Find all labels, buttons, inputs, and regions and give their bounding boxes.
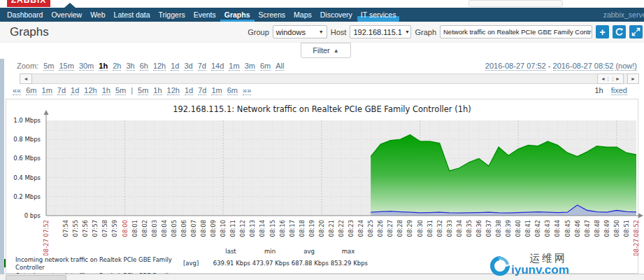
move-fwd-1h[interactable]: 1h bbox=[153, 86, 162, 95]
svg-text:08:44: 08:44 bbox=[554, 220, 561, 237]
svg-text:08:19: 08:19 bbox=[308, 220, 315, 237]
nav-item-overview[interactable]: Overview bbox=[47, 8, 86, 22]
ghost-tab bbox=[468, 0, 563, 7]
zoom-link-2h[interactable]: 2h bbox=[113, 62, 121, 71]
zoom-link-3h[interactable]: 3h bbox=[126, 62, 134, 71]
move-fwd-7d[interactable]: 7d bbox=[198, 86, 206, 95]
zoom-link-15m[interactable]: 15m bbox=[59, 62, 73, 71]
nav-item-discovery[interactable]: Discovery bbox=[316, 8, 357, 22]
move-fwd-1m[interactable]: 1m bbox=[211, 86, 222, 95]
nav-item-graphs[interactable]: Graphs bbox=[220, 8, 255, 22]
period-from-link[interactable]: 2016-08-27 07:52 bbox=[485, 62, 546, 71]
move-back-12h[interactable]: 12h bbox=[84, 86, 96, 95]
zoom-link-7d[interactable]: 7d bbox=[198, 62, 206, 71]
svg-text:08:07: 08:07 bbox=[190, 220, 197, 237]
svg-text:08:23: 08:23 bbox=[348, 220, 355, 237]
svg-text:08:32: 08:32 bbox=[436, 220, 443, 237]
nav-item-latest-data[interactable]: Latest data bbox=[110, 8, 155, 22]
host-select[interactable]: 192.168.115.1 ▼ bbox=[350, 25, 411, 38]
watermark-logo-icon bbox=[489, 253, 513, 277]
group-select[interactable]: windows ▼ bbox=[273, 25, 327, 38]
period-length-label: 1h bbox=[594, 86, 603, 94]
fullscreen-button[interactable] bbox=[629, 25, 643, 38]
svg-text:1.0 Mbps: 1.0 Mbps bbox=[13, 117, 41, 124]
graph-select-value: Network traffic on Realtek PCIe GBE Fami… bbox=[443, 28, 592, 36]
svg-text:07:57: 07:57 bbox=[92, 220, 99, 237]
move-fwd-5m[interactable]: 5m bbox=[138, 86, 148, 95]
header-bar: Graphs Group windows ▼ Host 192.168.115.… bbox=[0, 22, 644, 43]
move-back-5m[interactable]: 5m bbox=[115, 86, 126, 95]
scroll-right-button[interactable]: ► bbox=[627, 74, 639, 84]
refresh-button[interactable] bbox=[613, 25, 626, 38]
svg-text:08:25: 08:25 bbox=[367, 220, 374, 237]
fixed-link[interactable]: fixed bbox=[611, 86, 627, 95]
nav-item-it-services[interactable]: IT services bbox=[357, 8, 401, 22]
svg-text:08:14: 08:14 bbox=[259, 220, 266, 237]
period-fixed: 1h fixed bbox=[594, 86, 627, 94]
svg-text:07:59: 07:59 bbox=[111, 220, 118, 237]
period-to-link[interactable]: 2016-08-27 08:52 bbox=[553, 62, 614, 71]
zoom-link-12h[interactable]: 12h bbox=[153, 62, 166, 71]
zoom-link-1d[interactable]: 1d bbox=[171, 62, 179, 71]
move-back-1m[interactable]: 1m bbox=[42, 86, 52, 95]
svg-text:08:48: 08:48 bbox=[594, 220, 601, 237]
nav-item-dashboard[interactable]: Dashboard bbox=[3, 8, 47, 22]
nav-active-notch bbox=[357, 16, 400, 22]
move-fwd-12h[interactable]: 12h bbox=[167, 86, 180, 95]
forward-icon[interactable]: »» bbox=[243, 86, 251, 95]
zoom-link-6m[interactable]: 6m bbox=[260, 62, 271, 71]
svg-text:08:47: 08:47 bbox=[584, 220, 591, 237]
move-fwd-6m[interactable]: 6m bbox=[227, 86, 238, 95]
svg-text:08:18: 08:18 bbox=[299, 220, 306, 237]
zoom-link-all[interactable]: All bbox=[276, 62, 284, 71]
svg-text:08:01: 08:01 bbox=[131, 220, 138, 237]
bottom-scrollbar-thumb[interactable] bbox=[6, 275, 66, 280]
svg-text:08:02: 08:02 bbox=[141, 220, 148, 237]
session-user: zabbix_server bbox=[603, 8, 644, 22]
zoom-link-14d[interactable]: 14d bbox=[211, 62, 224, 71]
svg-text:08:20: 08:20 bbox=[318, 220, 325, 237]
zoom-link-6h[interactable]: 6h bbox=[140, 62, 148, 71]
zoom-link-30m[interactable]: 30m bbox=[79, 62, 94, 71]
nav-item-maps[interactable]: Maps bbox=[289, 8, 316, 22]
nav-item-triggers[interactable]: Triggers bbox=[155, 8, 189, 22]
graph-select[interactable]: Network traffic on Realtek PCIe GBE Fami… bbox=[440, 25, 592, 38]
svg-text:08:36: 08:36 bbox=[475, 220, 482, 237]
svg-text:08:40: 08:40 bbox=[515, 220, 522, 237]
svg-text:08:37: 08:37 bbox=[485, 220, 492, 237]
zoom-link-3d[interactable]: 3d bbox=[184, 62, 192, 71]
svg-text:08:30: 08:30 bbox=[417, 220, 424, 237]
svg-text:0 bps: 0 bps bbox=[24, 212, 41, 219]
move-fwd-1d[interactable]: 1d bbox=[185, 86, 193, 95]
scroll-drag-handle[interactable]: ◄⋮⋮► bbox=[597, 74, 624, 84]
move-back-7d[interactable]: 7d bbox=[57, 86, 66, 95]
svg-text:08:35: 08:35 bbox=[466, 220, 473, 237]
legend-max: 853.29 Kbps bbox=[329, 260, 368, 268]
move-back-1d[interactable]: 1d bbox=[71, 86, 79, 95]
svg-text:08:06: 08:06 bbox=[180, 220, 187, 237]
zabbix-logo[interactable]: ZABBIX bbox=[7, 0, 50, 7]
filter-tab[interactable]: Filter ▲ bbox=[301, 43, 351, 58]
zoom-link-1m[interactable]: 1m bbox=[229, 62, 239, 71]
zoom-link-1h[interactable]: 1h bbox=[99, 62, 108, 71]
legend-fn: [avg] bbox=[183, 260, 211, 268]
add-graph-button[interactable]: + bbox=[596, 25, 609, 38]
nav-item-screens[interactable]: Screens bbox=[255, 8, 290, 22]
now-link[interactable]: (now!) bbox=[615, 62, 637, 71]
rewind-icon[interactable]: «« bbox=[13, 86, 21, 95]
scroll-left-button[interactable]: ◄ bbox=[20, 74, 32, 84]
zoom-link-3m[interactable]: 3m bbox=[245, 62, 255, 71]
nav-item-events[interactable]: Events bbox=[189, 8, 220, 22]
graph-time-scrollbar[interactable]: ◄ ◄⋮⋮► ► bbox=[20, 74, 639, 84]
move-back-1h[interactable]: 1h bbox=[102, 86, 110, 95]
zoom-label: Zoom: bbox=[17, 62, 38, 70]
group-select-value: windows bbox=[276, 28, 306, 36]
svg-text:08:39: 08:39 bbox=[505, 220, 512, 237]
svg-text:08:29: 08:29 bbox=[406, 220, 413, 237]
nav-item-web[interactable]: Web bbox=[86, 8, 109, 22]
move-back-6m[interactable]: 6m bbox=[26, 86, 36, 95]
zoom-link-5m[interactable]: 5m bbox=[43, 62, 54, 71]
page-title: Graphs bbox=[10, 25, 49, 39]
graph-label: Graph bbox=[415, 28, 436, 36]
svg-text:08:13: 08:13 bbox=[249, 220, 256, 237]
